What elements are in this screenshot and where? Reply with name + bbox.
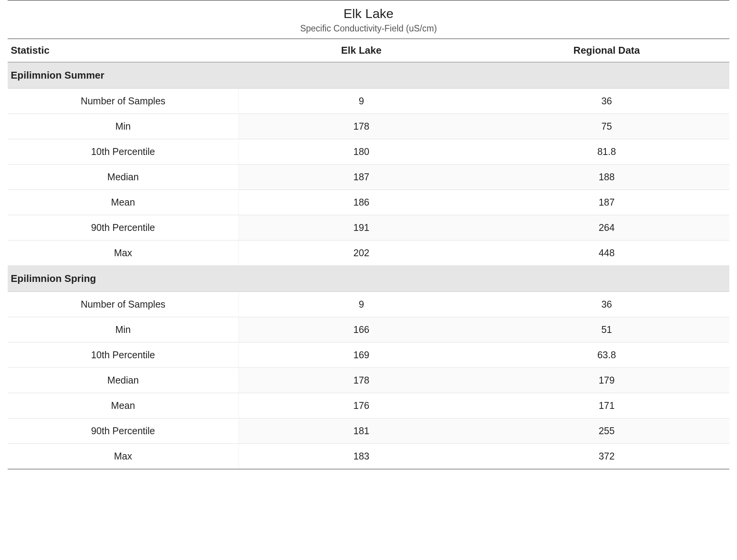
table-row: 90th Percentile 191 264: [8, 215, 729, 240]
stat-label: 90th Percentile: [8, 215, 239, 240]
value-col1: 202: [239, 240, 484, 266]
stat-label: Min: [8, 114, 239, 139]
section-title: Epilimnion Summer: [8, 62, 729, 89]
table-row: 10th Percentile 169 63.8: [8, 343, 729, 368]
value-col1: 187: [239, 165, 484, 190]
section-title: Epilimnion Spring: [8, 266, 729, 292]
value-col1: 166: [239, 317, 484, 343]
table-row: Median 178 179: [8, 368, 729, 393]
stats-table: Elk Lake Specific Conductivity-Field (uS…: [8, 0, 729, 469]
table-row: Number of Samples 9 36: [8, 89, 729, 114]
value-col1: 181: [239, 418, 484, 444]
value-col1: 176: [239, 393, 484, 418]
value-col2: 51: [484, 317, 729, 343]
value-col2: 255: [484, 418, 729, 444]
table-row: Median 187 188: [8, 165, 729, 190]
value-col2: 171: [484, 393, 729, 418]
stat-label: Mean: [8, 190, 239, 215]
table-header-row: Statistic Elk Lake Regional Data: [8, 39, 729, 62]
value-col2: 36: [484, 89, 729, 114]
value-col1: 183: [239, 444, 484, 469]
table-bottom-rule: [8, 469, 729, 469]
table-row: Min 166 51: [8, 317, 729, 343]
stat-label: Number of Samples: [8, 292, 239, 317]
stat-label: Number of Samples: [8, 89, 239, 114]
value-col2: 188: [484, 165, 729, 190]
value-col2: 81.8: [484, 139, 729, 165]
stat-label: 10th Percentile: [8, 343, 239, 368]
stat-label: Mean: [8, 393, 239, 418]
value-col1: 9: [239, 89, 484, 114]
table-row: Mean 186 187: [8, 190, 729, 215]
stat-label: 90th Percentile: [8, 418, 239, 444]
table-row: Number of Samples 9 36: [8, 292, 729, 317]
value-col1: 178: [239, 368, 484, 393]
stat-label: Median: [8, 165, 239, 190]
section-header: Epilimnion Summer: [8, 62, 729, 89]
table-row: Max 183 372: [8, 444, 729, 469]
table-row: 90th Percentile 181 255: [8, 418, 729, 444]
stat-label: Max: [8, 240, 239, 266]
value-col1: 169: [239, 343, 484, 368]
table-row: Min 178 75: [8, 114, 729, 139]
stat-label: Max: [8, 444, 239, 469]
stat-label: 10th Percentile: [8, 139, 239, 165]
section-header: Epilimnion Spring: [8, 266, 729, 292]
table-row: Max 202 448: [8, 240, 729, 266]
table-row: Mean 176 171: [8, 393, 729, 418]
table-row: 10th Percentile 180 81.8: [8, 139, 729, 165]
value-col2: 187: [484, 190, 729, 215]
value-col2: 63.8: [484, 343, 729, 368]
value-col2: 36: [484, 292, 729, 317]
stat-label: Median: [8, 368, 239, 393]
value-col2: 448: [484, 240, 729, 266]
value-col1: 186: [239, 190, 484, 215]
column-header-col2: Regional Data: [484, 39, 729, 62]
value-col2: 264: [484, 215, 729, 240]
value-col1: 178: [239, 114, 484, 139]
value-col1: 180: [239, 139, 484, 165]
stat-label: Min: [8, 317, 239, 343]
column-header-statistic: Statistic: [8, 39, 239, 62]
value-col2: 179: [484, 368, 729, 393]
value-col1: 191: [239, 215, 484, 240]
page-subtitle: Specific Conductivity-Field (uS/cm): [300, 23, 437, 33]
value-col2: 372: [484, 444, 729, 469]
page-title: Elk Lake: [344, 6, 393, 21]
column-header-col1: Elk Lake: [239, 39, 484, 62]
value-col1: 9: [239, 292, 484, 317]
value-col2: 75: [484, 114, 729, 139]
